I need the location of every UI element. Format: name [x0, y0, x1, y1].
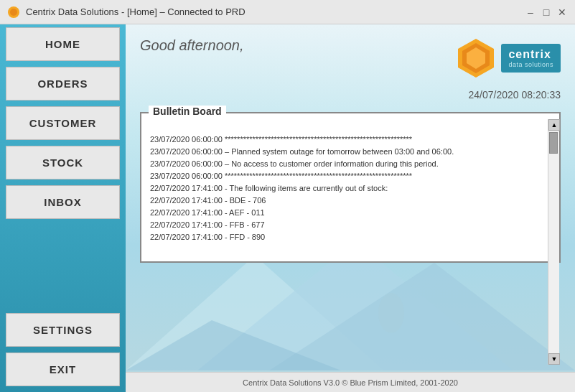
maximize-button[interactable]: □	[541, 6, 552, 18]
bulletin-board: Bulletin Board 23/07/2020 06:00:00 *****…	[140, 112, 561, 263]
content-header: Good afternoon, centrix data solutions	[126, 24, 575, 86]
bulletin-wrapper: Bulletin Board 23/07/2020 06:00:00 *****…	[140, 112, 561, 366]
bulletin-line: 23/07/2020 06:00:00 ********************…	[150, 134, 541, 146]
sidebar-item-customer[interactable]: CUSTOMER	[6, 106, 120, 140]
minimize-button[interactable]: –	[525, 6, 536, 18]
close-button[interactable]: ✕	[556, 6, 568, 18]
sidebar-spacer	[0, 222, 126, 310]
app-icon	[7, 6, 20, 19]
bulletin-title: Bulletin Board	[149, 106, 226, 117]
bulletin-line: 23/07/2020 06:00:00 – No access to custo…	[150, 158, 541, 170]
content-area: Good afternoon, centrix data solutions 2…	[126, 24, 575, 392]
logo-brand: centrix	[508, 48, 553, 61]
sidebar-item-exit[interactable]: EXIT	[6, 353, 120, 386]
sidebar-item-inbox[interactable]: INBOX	[6, 185, 120, 219]
bulletin-line: 22/07/2020 17:41:00 - BDE - 706	[150, 195, 541, 207]
sidebar-item-settings[interactable]: SETTINGS	[6, 313, 120, 347]
sidebar-item-home[interactable]: HOME	[6, 27, 120, 61]
scroll-track	[548, 131, 559, 353]
bulletin-content: 23/07/2020 06:00:00 ********************…	[146, 131, 545, 263]
logo-hexagon	[455, 37, 497, 79]
scroll-down-button[interactable]: ▼	[548, 353, 560, 365]
main-layout: HOME ORDERS CUSTOMER STOCK INBOX SETTING…	[0, 24, 575, 392]
bulletin-line: 23/07/2020 06:00:00 ********************…	[150, 170, 541, 182]
logo-sub: data solutions	[508, 61, 553, 68]
titlebar-title: Centrix Data Solutions - [Home] – Connec…	[26, 6, 246, 17]
bulletin-line: 23/07/2020 06:00:00 – Planned system out…	[150, 146, 541, 158]
bulletin-scrollbar[interactable]: ▲ ▼	[548, 119, 559, 365]
logo-text-container: centrix data solutions	[501, 44, 561, 73]
footer: Centrix Data Solutions V3.0 © Blue Prism…	[126, 372, 575, 392]
sidebar-item-stock[interactable]: STOCK	[6, 146, 120, 179]
svg-point-1	[10, 9, 17, 16]
titlebar: Centrix Data Solutions - [Home] – Connec…	[0, 0, 575, 24]
greeting-text: Good afternoon,	[140, 37, 244, 54]
sidebar-item-orders[interactable]: ORDERS	[6, 67, 120, 101]
scroll-up-button[interactable]: ▲	[548, 119, 560, 131]
bulletin-line: 22/07/2020 17:41:00 - AEF - 011	[150, 207, 541, 219]
bulletin-line: 22/07/2020 17:41:00 - FFB - 677	[150, 219, 541, 231]
logo-area: centrix data solutions	[455, 37, 561, 79]
titlebar-controls: – □ ✕	[525, 6, 568, 18]
titlebar-left: Centrix Data Solutions - [Home] – Connec…	[7, 6, 246, 19]
sidebar: HOME ORDERS CUSTOMER STOCK INBOX SETTING…	[0, 24, 126, 392]
footer-text: Centrix Data Solutions V3.0 © Blue Prism…	[243, 378, 458, 387]
bulletin-line: 22/07/2020 17:41:00 - FFD - 890	[150, 231, 541, 243]
bulletin-line: 22/07/2020 17:41:00 - The following item…	[150, 182, 541, 195]
scroll-thumb[interactable]	[549, 132, 558, 154]
datetime-display: 24/07/2020 08:20:33	[126, 89, 575, 101]
